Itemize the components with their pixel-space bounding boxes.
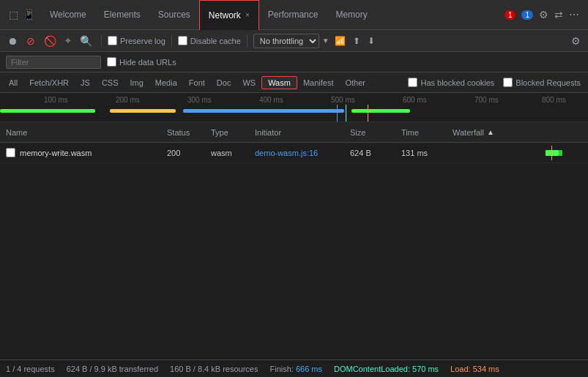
tab-sources[interactable]: Sources xyxy=(149,0,199,30)
type-btn-js[interactable]: JS xyxy=(75,77,96,89)
vline-load xyxy=(368,105,368,122)
toolbar: ⏺ ⊘ 🚫 ⌖ 🔍 Preserve log Disable cache No … xyxy=(0,30,588,52)
type-btn-all[interactable]: All xyxy=(3,77,23,89)
preserve-log-label[interactable]: Preserve log xyxy=(120,37,165,45)
tl-bar-3 xyxy=(183,109,344,113)
tab-close-icon[interactable]: × xyxy=(245,11,250,19)
record-button[interactable]: ⏺ xyxy=(4,34,21,48)
table-row[interactable]: memory-write.wasm 200 wasm demo-wasm.js:… xyxy=(0,143,588,163)
dock-icon[interactable]: ⇄ xyxy=(554,9,563,20)
blocked-requests-label[interactable]: Blocked Requests xyxy=(499,78,585,87)
search-button[interactable]: 🔍 xyxy=(77,34,95,48)
type-btn-css[interactable]: CSS xyxy=(96,77,124,89)
status-load-value: 534 ms xyxy=(473,365,499,373)
divider-1 xyxy=(101,34,102,48)
inspect-icon[interactable]: ⬚ xyxy=(9,9,18,20)
td-initiator[interactable]: demo-wasm.js:16 xyxy=(255,149,350,157)
td-size: 624 B xyxy=(350,149,401,157)
type-btn-ws[interactable]: WS xyxy=(237,77,261,89)
status-dom-label: DOMContentLoaded: xyxy=(334,365,410,373)
wf-bar xyxy=(546,150,559,156)
type-btn-wasm[interactable]: Wasm xyxy=(261,76,297,89)
tl-bar-1 xyxy=(0,109,95,113)
type-btn-media[interactable]: Media xyxy=(149,77,183,89)
stop-button[interactable]: ⊘ xyxy=(23,34,38,48)
th-initiator: Initiator xyxy=(255,128,350,137)
tl-label-800ms: 800 ms xyxy=(542,96,566,104)
status-bar: 1 / 4 requests 624 B / 9.9 kB transferre… xyxy=(0,359,588,377)
timeline: 100 ms 200 ms 300 ms 400 ms 500 ms 600 m… xyxy=(0,93,588,122)
type-btn-other[interactable]: Other xyxy=(339,77,371,89)
throttle-arrow: ▼ xyxy=(322,37,330,45)
tab-network[interactable]: Network × xyxy=(199,0,259,30)
hide-data-urls-label[interactable]: Hide data URLs xyxy=(107,57,176,67)
status-resources: 160 B / 8.4 kB resources xyxy=(170,365,258,373)
tab-memory[interactable]: Memory xyxy=(327,0,376,30)
td-waterfall xyxy=(453,146,582,160)
tl-label-400ms: 400 ms xyxy=(259,96,283,104)
device-icon[interactable]: 📱 xyxy=(23,9,35,20)
row-name: memory-write.wasm xyxy=(20,149,92,157)
tl-label-100ms: 100 ms xyxy=(44,96,68,104)
tab-icons: ⬚ 📱 xyxy=(3,9,41,20)
type-btn-manifest[interactable]: Manifest xyxy=(297,77,340,89)
upload-icon[interactable]: ⬆ xyxy=(351,34,362,48)
type-btn-doc[interactable]: Doc xyxy=(211,77,237,89)
filter-button[interactable]: ⌖ xyxy=(62,33,74,48)
tl-label-200ms: 200 ms xyxy=(116,96,140,104)
th-status: Status xyxy=(167,128,211,137)
tl-bar-4 xyxy=(351,109,410,113)
status-load-label: Load: xyxy=(450,365,471,373)
vline-dcl xyxy=(346,105,346,122)
divider-2 xyxy=(171,34,172,48)
th-size: Size xyxy=(350,128,401,137)
type-btn-fetch-xhr[interactable]: Fetch/XHR xyxy=(23,77,75,89)
throttle-select[interactable]: No throttling xyxy=(253,34,319,48)
th-waterfall: Waterfall ▲ xyxy=(453,128,582,137)
download-icon[interactable]: ⬇ xyxy=(365,34,377,48)
tab-welcome[interactable]: Welcome xyxy=(41,0,95,30)
vline-dom xyxy=(337,105,338,122)
wifi-icon[interactable]: 📶 xyxy=(332,34,348,48)
timeline-bars xyxy=(0,105,588,122)
type-btn-font[interactable]: Font xyxy=(183,77,211,89)
status-dom: DOMContentLoaded: 570 ms xyxy=(334,365,439,373)
table-body: memory-write.wasm 200 wasm demo-wasm.js:… xyxy=(0,143,588,163)
type-filter-bar: All Fetch/XHR JS CSS Img Media Font Doc … xyxy=(0,72,588,93)
filter-input[interactable] xyxy=(6,56,101,69)
table-empty-area xyxy=(0,163,588,295)
disable-cache-label[interactable]: Disable cache xyxy=(190,37,241,45)
tl-bar-2 xyxy=(110,109,176,113)
row-checkbox[interactable] xyxy=(6,148,15,157)
settings-icon[interactable]: ⚙ xyxy=(539,9,548,20)
sort-arrow-icon: ▲ xyxy=(487,128,494,136)
has-blocked-cookies-label[interactable]: Has blocked cookies xyxy=(403,78,499,87)
status-finish-value: 666 ms xyxy=(296,365,322,373)
error-badge: 1 xyxy=(505,10,516,20)
wf-bar-2 xyxy=(559,150,562,156)
filter-bar: Hide data URLs xyxy=(0,52,588,72)
tl-label-600ms: 600 ms xyxy=(403,96,427,104)
tl-label-700ms: 700 ms xyxy=(475,96,499,104)
tab-elements[interactable]: Elements xyxy=(95,0,149,30)
tab-performance[interactable]: Performance xyxy=(259,0,327,30)
td-time: 131 ms xyxy=(401,149,453,157)
has-blocked-cookies-checkbox[interactable] xyxy=(408,78,417,87)
th-time: Time xyxy=(401,128,453,137)
network-settings-button[interactable]: ⚙ xyxy=(568,34,584,48)
preserve-log-checkbox[interactable] xyxy=(108,36,117,45)
disable-cache-checkbox[interactable] xyxy=(178,36,187,45)
td-name: memory-write.wasm xyxy=(6,148,167,157)
divider-3 xyxy=(247,34,248,48)
tab-right-icons: 1 1 ⚙ ⇄ ⋯ xyxy=(505,9,585,20)
clear-button[interactable]: 🚫 xyxy=(41,34,59,48)
blocked-requests-checkbox[interactable] xyxy=(503,78,513,87)
tl-label-500ms: 500 ms xyxy=(331,96,355,104)
table-header: Name Status Type Initiator Size Time Wat… xyxy=(0,122,588,143)
type-btn-img[interactable]: Img xyxy=(124,77,149,89)
hide-data-urls-checkbox[interactable] xyxy=(107,57,116,67)
more-icon[interactable]: ⋯ xyxy=(569,9,579,20)
tab-bar: ⬚ 📱 Welcome Elements Sources Network × P… xyxy=(0,0,588,30)
td-status: 200 xyxy=(167,149,211,157)
status-finish: Finish: 666 ms xyxy=(269,365,322,373)
